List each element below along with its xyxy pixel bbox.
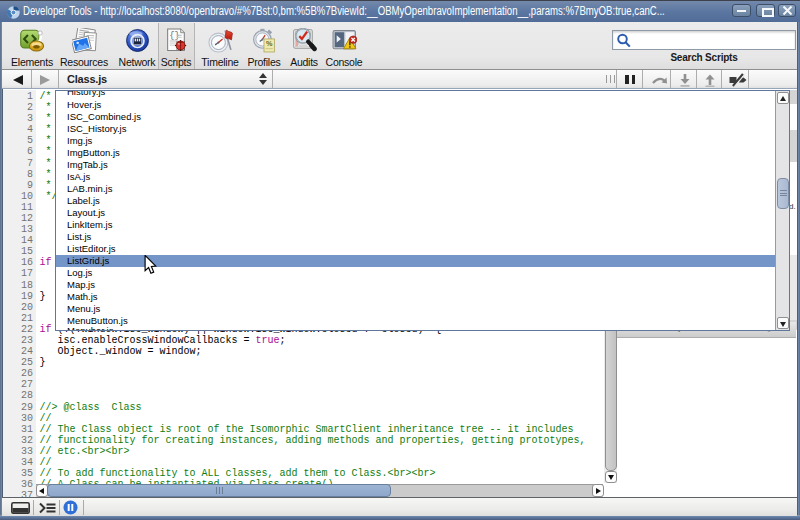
svg-text:%: %	[265, 39, 272, 48]
svg-text:{}: {}	[169, 31, 180, 41]
